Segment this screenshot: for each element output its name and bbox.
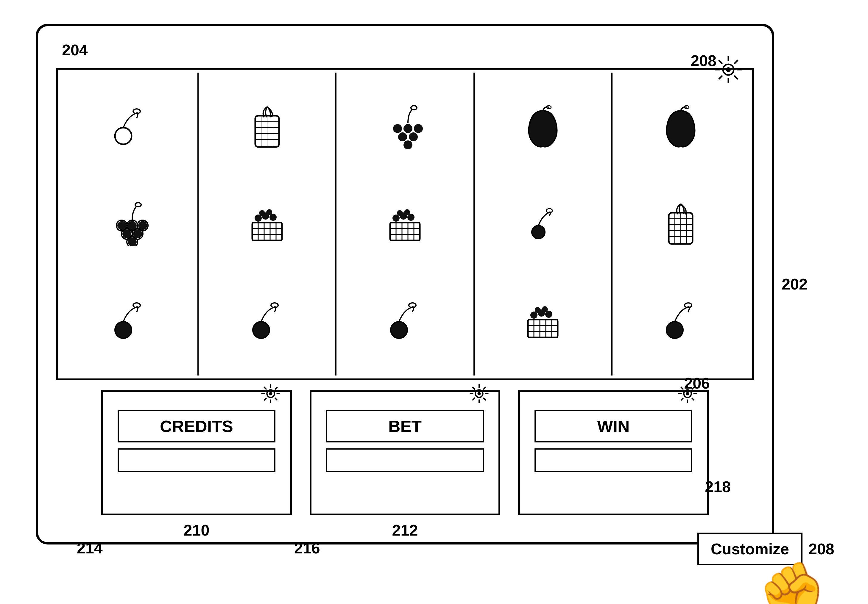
credits-value (118, 448, 275, 472)
svg-line-103 (275, 398, 277, 400)
credits-panel: CREDITS (101, 390, 292, 515)
customize-area: Customize 208 ✊ (698, 533, 803, 565)
label-208-top: 208 (691, 52, 716, 70)
reel-1-symbol-3 (64, 277, 194, 365)
svg-point-39 (266, 209, 272, 215)
svg-line-105 (264, 398, 267, 400)
reel-5-symbol-2 (615, 180, 746, 267)
reel-4-symbol-3 (477, 277, 608, 365)
reel-4-symbol-1 (477, 83, 608, 170)
credits-sun-icon (260, 383, 281, 408)
reel-2-symbol-1 (202, 83, 332, 170)
svg-point-19 (117, 221, 126, 230)
svg-point-18 (135, 202, 141, 207)
svg-line-102 (264, 387, 267, 389)
svg-point-60 (404, 209, 410, 215)
svg-line-122 (681, 387, 684, 389)
bet-panel-wrapper: BET 212 (310, 390, 500, 515)
svg-point-51 (414, 124, 423, 133)
svg-point-25 (115, 321, 132, 338)
reel-1-symbol-1 (64, 83, 194, 170)
svg-line-112 (473, 387, 475, 389)
svg-point-117 (686, 392, 689, 395)
svg-point-76 (535, 307, 541, 313)
bet-value (326, 448, 484, 472)
svg-line-104 (275, 387, 277, 389)
label-216-arrow: 216 (294, 539, 320, 557)
svg-line-8 (734, 60, 738, 64)
win-label: WIN (535, 410, 692, 442)
svg-point-77 (542, 306, 548, 312)
svg-point-52 (398, 133, 407, 141)
reel-3-symbol-3 (339, 277, 470, 365)
svg-point-22 (122, 229, 131, 238)
win-value (535, 448, 692, 472)
svg-point-71 (532, 226, 545, 239)
label-202: 202 (782, 275, 808, 293)
svg-rect-40 (252, 222, 282, 240)
label-218: 218 (705, 478, 731, 496)
svg-line-123 (692, 398, 694, 400)
customize-button[interactable]: Customize (698, 533, 803, 565)
svg-point-47 (253, 321, 270, 338)
svg-line-114 (483, 387, 486, 389)
svg-point-23 (133, 229, 142, 238)
label-204: 204 (62, 41, 88, 59)
svg-line-6 (719, 60, 722, 64)
svg-point-94 (666, 321, 683, 338)
reel-3-symbol-1 (339, 83, 470, 170)
label-210: 210 (184, 521, 210, 539)
credits-label: CREDITS (118, 410, 275, 442)
inner-content: 204 208 (56, 44, 754, 524)
slot-machine-frame: 202 204 208 (36, 24, 774, 544)
svg-point-21 (138, 221, 147, 230)
reel-1 (61, 73, 198, 375)
svg-point-54 (403, 141, 412, 149)
reel-1-symbol-2 (64, 180, 194, 267)
reel-5-symbol-3 (615, 277, 746, 365)
svg-line-115 (473, 398, 475, 400)
bet-sun-icon (469, 383, 490, 408)
svg-rect-78 (528, 320, 558, 337)
credits-panel-wrapper: CREDITS 210 (101, 390, 292, 515)
svg-point-10 (115, 128, 132, 144)
svg-point-49 (393, 124, 402, 133)
bet-label: BET (326, 410, 484, 442)
bet-panel: BET (310, 390, 500, 515)
svg-point-24 (128, 238, 137, 246)
svg-point-20 (128, 221, 137, 230)
reel-2-symbol-2 (202, 180, 332, 267)
win-panel: 206 218 WIN (518, 390, 709, 515)
svg-line-9 (719, 76, 722, 79)
svg-line-125 (681, 398, 684, 400)
label-206: 206 (684, 374, 710, 392)
reels-container (58, 70, 752, 378)
svg-point-53 (409, 133, 418, 141)
win-panel-wrapper: 206 218 WIN (518, 390, 709, 515)
svg-point-68 (391, 321, 408, 338)
reel-4-symbol-2 (477, 180, 608, 267)
svg-line-7 (734, 76, 738, 79)
svg-line-113 (483, 398, 486, 400)
reel-5 (612, 73, 749, 375)
reel-4 (475, 73, 612, 375)
sun-icon-top (713, 55, 743, 90)
reel-2-symbol-3 (202, 277, 332, 365)
reels-area: 208 (56, 68, 754, 380)
svg-point-55 (411, 106, 417, 110)
svg-rect-61 (390, 222, 420, 240)
bottom-panels: CREDITS 210 (56, 382, 754, 524)
label-214-arrow: 214 (77, 539, 103, 557)
svg-point-38 (259, 210, 265, 216)
label-212: 212 (392, 521, 418, 539)
reel-3 (336, 73, 474, 375)
reel-5-symbol-1 (615, 83, 746, 170)
svg-point-107 (477, 392, 480, 395)
reel-2 (198, 73, 336, 375)
svg-point-59 (397, 210, 403, 216)
svg-point-50 (403, 124, 412, 133)
reel-3-symbol-2 (339, 180, 470, 267)
svg-point-97 (269, 392, 272, 395)
svg-point-1 (726, 67, 731, 72)
